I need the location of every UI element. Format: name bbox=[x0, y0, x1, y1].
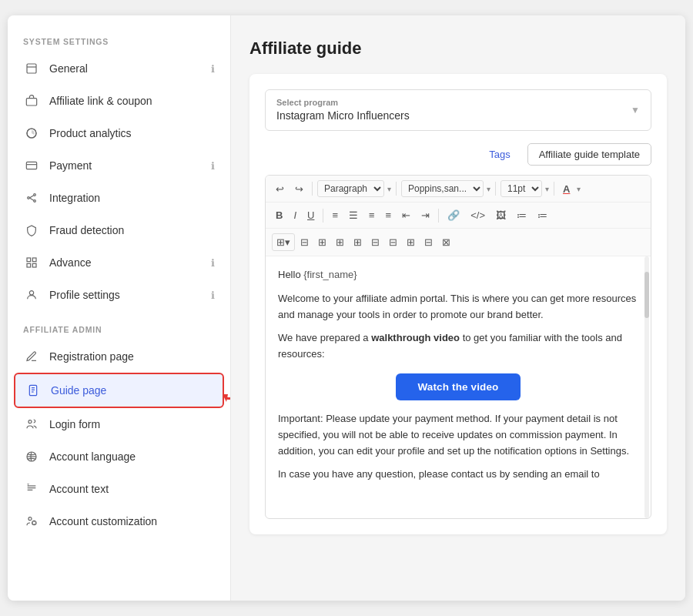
general-badge: ℹ bbox=[211, 63, 215, 75]
editor-body[interactable]: Hello {first_name} Welcome to your affil… bbox=[266, 256, 651, 518]
sidebar-item-product-analytics[interactable]: Product analytics bbox=[8, 117, 230, 149]
editor-toolbar-row1: ↩ ↪ Paragraph ▾ Poppins,san... ▾ 11pt bbox=[266, 176, 651, 203]
editor-toolbar-row2: B I U ≡ ☰ ≡ ≡ ⇤ ⇥ 🔗 </> 🖼 ≔ ≔ bbox=[266, 203, 651, 229]
card-icon bbox=[23, 157, 40, 174]
page-title: Affiliate guide bbox=[249, 38, 667, 59]
code-button[interactable]: </> bbox=[467, 207, 489, 223]
sidebar-item-registration-page[interactable]: Registration page bbox=[8, 340, 230, 373]
svg-point-9 bbox=[34, 200, 36, 203]
svg-rect-13 bbox=[32, 258, 36, 262]
table-delete-button[interactable]: ⊠ bbox=[438, 234, 454, 250]
italic-button[interactable]: I bbox=[290, 207, 300, 223]
svg-rect-14 bbox=[27, 263, 31, 267]
bold-button[interactable]: B bbox=[272, 207, 286, 223]
sidebar-item-account-customization[interactable]: Account customization bbox=[8, 505, 230, 537]
sidebar-item-account-language-label: Account language bbox=[49, 450, 136, 463]
doc-icon bbox=[25, 382, 42, 399]
tab-tags[interactable]: Tags bbox=[478, 144, 521, 165]
sidebar-item-general[interactable]: General ℹ bbox=[8, 52, 230, 85]
sidebar-item-profile-settings-label: Profile settings bbox=[49, 289, 120, 301]
integration-icon bbox=[23, 189, 40, 206]
sidebar: SYSTEM SETTINGS General ℹ Affiliate link… bbox=[8, 15, 231, 601]
chevron-color-icon: ▾ bbox=[577, 185, 581, 193]
customization-icon bbox=[23, 513, 40, 530]
svg-point-29 bbox=[28, 517, 32, 521]
table-cell-split-button[interactable]: ⊟ bbox=[420, 234, 437, 250]
align-right-button[interactable]: ≡ bbox=[365, 207, 379, 223]
editor-greeting: Hello {first_name} bbox=[278, 267, 638, 283]
table-button[interactable]: ⊞▾ bbox=[272, 233, 295, 251]
users-icon bbox=[23, 416, 40, 433]
red-arrow-annotation bbox=[219, 371, 231, 410]
table-col-delete-button[interactable]: ⊟ bbox=[385, 234, 401, 250]
svg-line-11 bbox=[29, 198, 33, 200]
sidebar-item-profile-settings[interactable]: Profile settings ℹ bbox=[8, 279, 230, 311]
table-row-delete-button[interactable]: ⊟ bbox=[367, 234, 383, 250]
table-col-before-button[interactable]: ⊟ bbox=[296, 234, 313, 250]
payment-badge: ℹ bbox=[211, 160, 215, 172]
chevron-down-icon: ▼ bbox=[631, 105, 640, 116]
sidebar-item-integration[interactable]: Integration bbox=[8, 182, 230, 214]
editor-para4: In case you have any question, please co… bbox=[278, 467, 638, 483]
align-left-button[interactable]: ≡ bbox=[328, 207, 342, 223]
indent-decrease-button[interactable]: ⇤ bbox=[398, 207, 414, 223]
align-center-button[interactable]: ☰ bbox=[345, 207, 362, 223]
chevron-font-icon: ▾ bbox=[487, 185, 490, 193]
image-button[interactable]: 🖼 bbox=[492, 207, 510, 223]
paragraph-select[interactable]: Paragraph bbox=[317, 180, 384, 197]
sidebar-item-account-text[interactable]: T Account text bbox=[8, 473, 230, 505]
undo-button[interactable]: ↩ bbox=[272, 181, 288, 197]
text-icon: T bbox=[23, 480, 40, 497]
walkthrough-bold: walkthrough video bbox=[371, 332, 460, 343]
affiliate-admin-section-title: AFFILIATE ADMIN bbox=[8, 325, 230, 340]
svg-rect-15 bbox=[32, 263, 36, 267]
sidebar-item-account-customization-label: Account customization bbox=[49, 515, 157, 527]
advance-badge: ℹ bbox=[211, 257, 215, 269]
svg-point-7 bbox=[28, 197, 30, 199]
grid-icon bbox=[23, 254, 40, 271]
square-icon bbox=[23, 60, 40, 77]
sidebar-item-product-analytics-label: Product analytics bbox=[49, 127, 132, 139]
sidebar-item-affiliate-link[interactable]: Affiliate link & coupon bbox=[8, 85, 230, 117]
tab-affiliate-guide-template[interactable]: Affiliate guide template bbox=[527, 143, 651, 166]
justify-button[interactable]: ≡ bbox=[382, 207, 396, 223]
shield-icon bbox=[23, 222, 40, 239]
indent-increase-button[interactable]: ⇥ bbox=[417, 207, 434, 223]
svg-point-16 bbox=[29, 291, 33, 295]
sidebar-item-fraud-detection-label: Fraud detection bbox=[49, 224, 124, 236]
toolbar-separator-1 bbox=[312, 182, 313, 196]
user-icon bbox=[23, 286, 40, 303]
sidebar-item-fraud-detection[interactable]: Fraud detection bbox=[8, 214, 230, 246]
table-cell-merge-button[interactable]: ⊞ bbox=[403, 234, 419, 250]
size-select[interactable]: 11pt bbox=[500, 180, 542, 197]
toolbar-separator-6 bbox=[438, 209, 439, 223]
font-color-button[interactable]: A bbox=[559, 181, 574, 197]
sidebar-item-affiliate-link-label: Affiliate link & coupon bbox=[49, 95, 152, 107]
sidebar-item-account-language[interactable]: Account language bbox=[8, 440, 230, 473]
sidebar-item-login-form[interactable]: Login form bbox=[8, 408, 230, 440]
table-row-before-button[interactable]: ⊞ bbox=[332, 234, 348, 250]
list-ordered-button[interactable]: ≔ bbox=[534, 207, 551, 223]
sidebar-item-payment-label: Payment bbox=[49, 159, 92, 172]
sidebar-item-payment[interactable]: Payment ℹ bbox=[8, 149, 230, 182]
list-unordered-button[interactable]: ≔ bbox=[513, 207, 531, 223]
svg-point-23 bbox=[28, 420, 32, 424]
chevron-paragraph-icon: ▾ bbox=[387, 185, 391, 193]
svg-text:T: T bbox=[27, 483, 30, 487]
editor-scrollbar[interactable] bbox=[644, 256, 649, 518]
underline-button[interactable]: U bbox=[303, 207, 318, 223]
table-col-after-button[interactable]: ⊞ bbox=[314, 234, 330, 250]
link-button[interactable]: 🔗 bbox=[444, 207, 464, 223]
watch-video-button[interactable]: Watch the video bbox=[396, 373, 520, 400]
redo-button[interactable]: ↪ bbox=[291, 181, 307, 197]
sidebar-item-advance[interactable]: Advance ℹ bbox=[8, 246, 230, 279]
font-select[interactable]: Poppins,san... bbox=[401, 180, 484, 197]
program-selector[interactable]: Select program Instagram Micro Influence… bbox=[265, 89, 651, 131]
table-row-after-button[interactable]: ⊞ bbox=[350, 234, 366, 250]
sidebar-item-guide-page[interactable]: Guide page bbox=[14, 373, 224, 408]
sidebar-item-login-form-label: Login form bbox=[49, 418, 100, 430]
svg-line-10 bbox=[29, 196, 33, 198]
svg-rect-12 bbox=[27, 258, 31, 262]
globe-icon bbox=[23, 448, 40, 465]
sidebar-item-registration-page-label: Registration page bbox=[49, 350, 134, 363]
